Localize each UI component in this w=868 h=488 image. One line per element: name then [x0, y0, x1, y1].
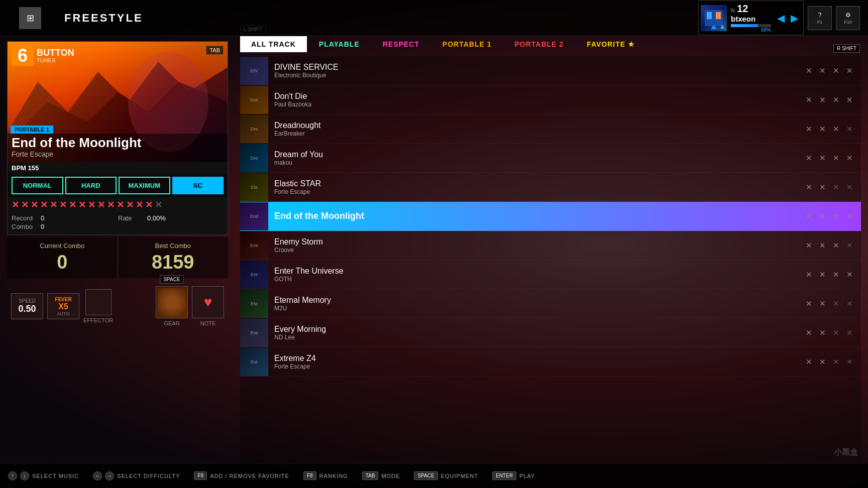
- gear-box[interactable]: [156, 286, 188, 318]
- diff-maximum-btn[interactable]: MAXIMUM: [119, 177, 170, 194]
- combo-section: Current Combo 0 Best Combo 8159: [7, 237, 228, 278]
- track-row[interactable]: Ete Eternal Memory M2U ✕✕✕✕: [240, 289, 861, 318]
- hint-play: ENTER PLAY: [492, 471, 535, 480]
- tab-all-track[interactable]: ALL TRACK: [240, 36, 307, 52]
- track-info: End of the Moonlight: [268, 211, 806, 221]
- xmark-2: ✕: [21, 199, 29, 210]
- track-row[interactable]: Eve Every Morning ND Lee ✕✕✕✕: [240, 318, 861, 347]
- best-combo-value: 8159: [122, 252, 225, 273]
- tab-favorite[interactable]: FAVORITE ★: [576, 36, 646, 52]
- song-title-area: End of the Moonlight Forte Escape: [8, 134, 228, 162]
- xmark-10: ✕: [97, 199, 105, 210]
- rshift-badge: R SHIFT: [833, 44, 860, 53]
- xmark-icon: ✕: [833, 183, 839, 192]
- track-row[interactable]: Dre Dream of You makou ✕✕✕✕: [240, 144, 861, 173]
- portable-badge: PORTABLE 1: [11, 126, 53, 134]
- record-label: Record: [12, 214, 37, 222]
- diff-sc-btn[interactable]: SC: [172, 177, 224, 194]
- track-row[interactable]: Ext Extreme Z4 Forte Escape ✕✕✕✕: [240, 347, 861, 377]
- diff-normal-btn[interactable]: NORMAL: [12, 177, 63, 194]
- xmark-icon: ✕: [806, 154, 812, 163]
- current-combo-label: Current Combo: [11, 242, 114, 250]
- top-bar-right: lv.12 btxeon 68% ◀ ▶ ? F1 ⚙ F10: [698, 1, 868, 35]
- track-row[interactable]: DIV DIVINE SERVICE Electronic Boutique ✕…: [240, 56, 861, 85]
- xmark-icon: ✕: [819, 125, 826, 134]
- track-x-marks: ✕✕✕✕: [806, 241, 861, 250]
- xmark-7: ✕: [69, 199, 76, 210]
- help-button[interactable]: ? F1: [808, 6, 832, 30]
- record-value: 0: [41, 214, 44, 222]
- space-badge-area: SPACE GEAR: [156, 286, 188, 326]
- track-row[interactable]: Ene Enemy Storm Croove ✕✕✕✕: [240, 231, 861, 260]
- stats-row: Record 0 Rate 0.00% Combo 0: [8, 212, 228, 234]
- controls-section: SPEED 0.50 FEVER X5 AUTO EFFECTOR SPACE: [7, 282, 228, 326]
- track-info: Dreadnought EarBreaker: [268, 121, 806, 137]
- track-artist: GOTH: [274, 276, 800, 283]
- track-info: Don't Die Paul Bazooka: [268, 92, 806, 108]
- stat-rate: Rate 0.00%: [118, 214, 224, 222]
- track-info: Enter The Universe GOTH: [268, 267, 806, 283]
- xmark-4: ✕: [40, 199, 48, 210]
- tab-portable1[interactable]: PORTABLE 1: [431, 36, 503, 52]
- app-title: FREESTYLE: [64, 12, 143, 25]
- effector-control: EFFECTOR: [83, 289, 113, 323]
- xmark-15: ✕: [145, 199, 153, 210]
- diff-hard-btn[interactable]: HARD: [65, 177, 117, 194]
- fever-control: FEVER X5 AUTO: [47, 293, 79, 319]
- track-x-marks: ✕✕✕✕: [806, 154, 861, 163]
- speed-box[interactable]: SPEED 0.50: [11, 293, 43, 319]
- xmark-1: ✕: [12, 199, 19, 210]
- track-thumbnail: Ext: [240, 348, 268, 376]
- play-label: PLAY: [519, 473, 535, 479]
- player-arrow-icon: ◀: [777, 12, 785, 24]
- down-arrow-key: ↓: [20, 471, 29, 480]
- track-row[interactable]: Ela Elastic STAR Forte Escape ✕✕✕✕: [240, 173, 861, 202]
- gear-image: [158, 288, 186, 316]
- xmark-icon: ✕: [833, 95, 839, 104]
- track-row[interactable]: End End of the Moonlight ✕✕✕✕: [240, 202, 861, 231]
- xmark-icon: ✕: [819, 183, 826, 192]
- xmark-icon: ✕: [806, 95, 812, 104]
- track-row[interactable]: Dre Dreadnought EarBreaker ✕✕✕✕: [240, 114, 861, 144]
- track-artist: Electronic Boutique: [274, 72, 800, 79]
- track-thumbnail: Ent: [240, 261, 268, 289]
- xmark-icon: ✕: [819, 212, 826, 221]
- track-row[interactable]: Don Don't Die Paul Bazooka ✕✕✕✕: [240, 85, 861, 114]
- track-x-marks: ✕✕✕✕: [806, 299, 861, 308]
- track-x-marks: ✕✕✕✕: [806, 95, 861, 104]
- track-title: DIVINE SERVICE: [274, 63, 800, 72]
- track-row[interactable]: Ent Enter The Universe GOTH ✕✕✕✕: [240, 260, 861, 289]
- xmark-9: ✕: [88, 199, 95, 210]
- gear-icon: ⚙: [845, 12, 851, 19]
- xmark-12: ✕: [117, 199, 124, 210]
- song-title: End of the Moonlight: [12, 136, 224, 150]
- tab-portable2[interactable]: PORTABLE 2: [504, 36, 575, 52]
- player-info: lv.12 btxeon 68%: [731, 3, 771, 33]
- player-name: btxeon: [731, 15, 771, 23]
- xmark-icon: ✕: [833, 154, 839, 163]
- tab-respect[interactable]: RESPECT: [372, 36, 430, 52]
- tab-playable[interactable]: PLAYABLE: [308, 36, 371, 52]
- track-x-marks: ✕✕✕✕: [806, 357, 861, 367]
- left-panel: 6 BUTTON TUNES TAB PORTABLE 1 End of the…: [0, 36, 235, 463]
- track-title: Dreadnought: [274, 121, 800, 130]
- player-level-label: lv.12: [731, 3, 771, 15]
- hint-equipment: SPACE EQUIPMENT: [414, 471, 478, 480]
- xmark-icon: ✕: [833, 212, 839, 221]
- tab-row: L SHIFT ALL TRACK PLAYABLE RESPECT PORTA…: [240, 36, 861, 52]
- settings-button[interactable]: ⚙ F10: [836, 6, 860, 30]
- song-artwork: 6 BUTTON TUNES TAB PORTABLE 1 End of the…: [8, 42, 228, 162]
- note-box[interactable]: ♥: [192, 286, 224, 318]
- xmark-icon: ✕: [806, 183, 812, 192]
- xmark-6: ✕: [59, 199, 67, 210]
- ranking-label: RANKING: [319, 473, 348, 479]
- fever-box[interactable]: FEVER X5 AUTO: [47, 293, 79, 319]
- effector-box[interactable]: [85, 289, 112, 315]
- track-artist: Paul Bazooka: [274, 101, 800, 108]
- song-title-overlay: PORTABLE 1 End of the Moonlight Forte Es…: [8, 123, 228, 162]
- equipment-label: EQUIPMENT: [441, 473, 478, 479]
- xmark-icon: ✕: [846, 299, 853, 308]
- track-x-marks: ✕✕✕✕: [806, 212, 861, 221]
- tab-badge: TAB: [206, 46, 224, 55]
- xmark-icon: ✕: [846, 95, 853, 104]
